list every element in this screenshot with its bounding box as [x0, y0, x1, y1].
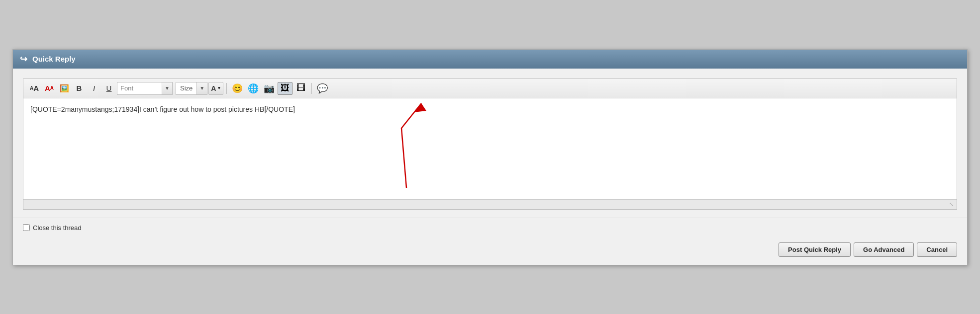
bold-button[interactable]: B	[72, 82, 86, 95]
font-selector-group: ▼	[117, 82, 173, 95]
resize-handle: ⤡	[949, 201, 954, 207]
italic-button[interactable]: I	[87, 82, 101, 95]
post-quick-reply-button[interactable]: Post Quick Reply	[779, 242, 851, 257]
editor-textarea[interactable]: [QUOTE=2manymustangs;171934]I can’t figu…	[23, 98, 957, 198]
link-button[interactable]: 🌐	[246, 82, 261, 95]
color-picker-button[interactable]: A ▼	[208, 82, 223, 95]
toolbar-separator-1	[226, 83, 227, 94]
font-size-large-button[interactable]: AA	[42, 82, 56, 95]
size-label: Size	[176, 82, 196, 95]
font-dropdown-button[interactable]: ▼	[162, 82, 173, 95]
editor-container: AA AA 🖼️ B I U ▼	[23, 78, 957, 210]
text-area-wrapper: [QUOTE=2manymustangs;171934]I can’t figu…	[23, 98, 957, 199]
size-selector-group: Size ▼	[176, 82, 207, 95]
dialog-header: ↩ Quick Reply	[13, 50, 967, 69]
dialog-footer-options: Close this thread	[13, 218, 967, 237]
dialog-buttons: Post Quick Reply Go Advanced Cancel	[13, 237, 967, 265]
underline-button[interactable]: U	[102, 82, 116, 95]
dialog-body: AA AA 🖼️ B I U ▼	[13, 69, 967, 218]
remove-formatting-button[interactable]: 🖼️	[57, 82, 71, 95]
close-thread-text: Close this thread	[33, 224, 82, 232]
emoji-button[interactable]: 😊	[230, 82, 245, 95]
image-button[interactable]: 📷	[262, 82, 277, 95]
quick-reply-dialog: ↩ Quick Reply AA AA 🖼️ B	[12, 49, 968, 265]
go-advanced-button[interactable]: Go Advanced	[854, 242, 914, 257]
font-size-small-button[interactable]: AA	[27, 82, 41, 95]
media-button[interactable]: 🖼	[278, 82, 293, 95]
toolbar-separator-2	[311, 83, 312, 94]
close-thread-checkbox[interactable]	[23, 224, 30, 231]
editor-statusbar: ⤡	[23, 199, 957, 209]
font-input[interactable]	[117, 82, 162, 95]
film-button[interactable]: 🎞	[294, 82, 308, 95]
reply-icon: ↩	[20, 54, 27, 65]
size-dropdown-button[interactable]: ▼	[196, 82, 207, 95]
dialog-title: Quick Reply	[32, 55, 76, 63]
toolbar: AA AA 🖼️ B I U ▼	[23, 79, 957, 98]
cancel-button[interactable]: Cancel	[917, 242, 957, 257]
comment-button[interactable]: 💬	[315, 82, 330, 95]
close-thread-label[interactable]: Close this thread	[23, 224, 82, 232]
